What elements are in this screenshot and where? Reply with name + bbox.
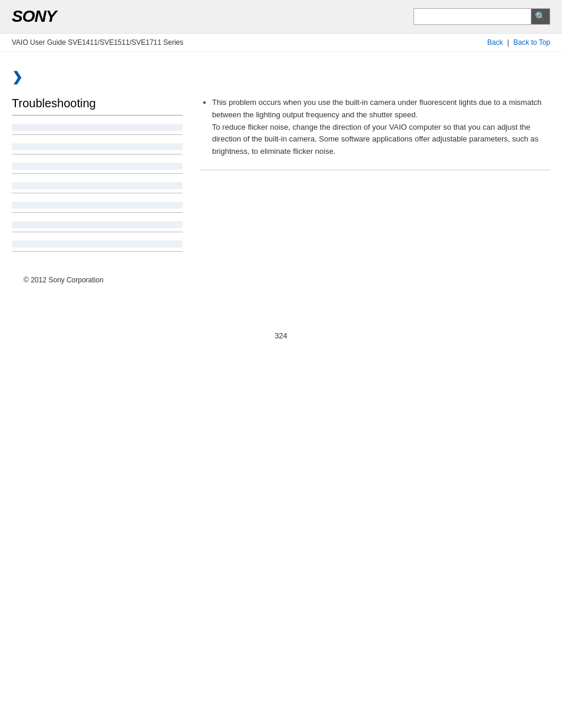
sidebar-link-1[interactable] xyxy=(12,124,183,131)
guide-title: VAIO User Guide SVE1411/SVE1511/SVE1711 … xyxy=(12,38,183,47)
sidebar-links xyxy=(12,116,183,252)
chevron-icon: ❯ xyxy=(12,70,22,84)
list-item xyxy=(12,154,183,174)
sidebar: Troubleshooting xyxy=(12,97,183,252)
sidebar-link-2[interactable] xyxy=(12,143,183,150)
article-body: This problem occurs when you use the bui… xyxy=(200,97,550,158)
sidebar-link-7[interactable] xyxy=(12,241,183,248)
nav-separator: | xyxy=(507,38,511,47)
sidebar-title: Troubleshooting xyxy=(12,97,183,116)
search-icon: 🔍 xyxy=(535,11,546,22)
article-divider xyxy=(200,170,550,170)
list-item xyxy=(12,174,183,193)
sidebar-link-4[interactable] xyxy=(12,182,183,189)
page-number-container: 324 xyxy=(0,331,562,340)
list-item xyxy=(12,213,183,232)
search-container: 🔍 xyxy=(414,8,550,25)
content-area: Troubleshooting This problem occurs when… xyxy=(12,97,550,252)
nav-links: Back | Back to Top xyxy=(487,38,550,47)
back-to-top-link[interactable]: Back to Top xyxy=(514,38,550,47)
sony-logo: SONY xyxy=(12,7,56,26)
search-button[interactable]: 🔍 xyxy=(531,8,550,25)
sidebar-link-5[interactable] xyxy=(12,202,183,209)
footer: © 2012 Sony Corporation xyxy=(12,275,550,284)
list-item xyxy=(12,232,183,252)
nav-bar: VAIO User Guide SVE1411/SVE1511/SVE1711 … xyxy=(0,34,562,52)
search-input[interactable] xyxy=(414,8,531,25)
main-article: This problem occurs when you use the bui… xyxy=(200,97,550,252)
list-item xyxy=(12,135,183,154)
list-item xyxy=(12,193,183,213)
sidebar-link-6[interactable] xyxy=(12,221,183,228)
page-number: 324 xyxy=(275,331,287,340)
article-bullet: This problem occurs when you use the bui… xyxy=(212,97,550,158)
header: SONY 🔍 xyxy=(0,0,562,34)
chevron-container: ❯ xyxy=(12,70,550,85)
copyright: © 2012 Sony Corporation xyxy=(24,276,104,284)
list-item xyxy=(12,116,183,135)
main-content: ❯ Troubleshooting This problem occurs wh… xyxy=(0,52,562,296)
back-link[interactable]: Back xyxy=(487,38,503,47)
sidebar-link-3[interactable] xyxy=(12,163,183,170)
